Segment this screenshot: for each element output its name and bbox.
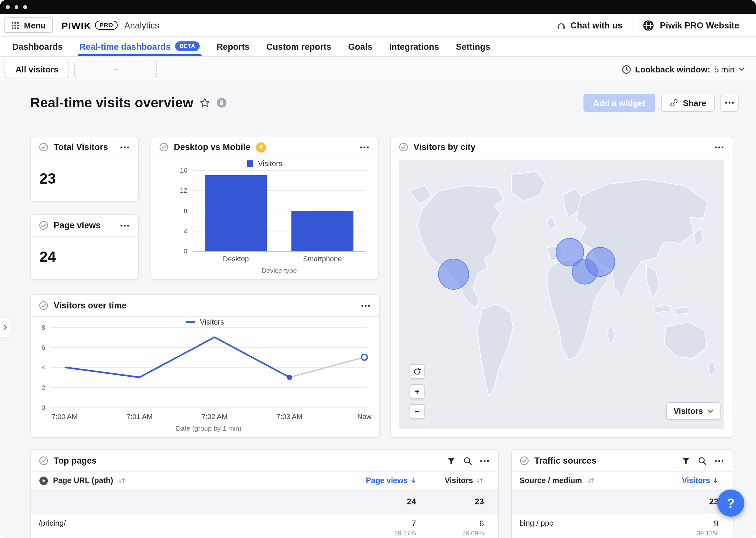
page-title: Real-time visits overview <box>30 95 194 111</box>
row-visitors: 6 <box>479 518 484 528</box>
column-header-visitors[interactable]: Visitors <box>416 476 484 485</box>
dashboard-tab-all-visitors[interactable]: All visitors <box>5 61 70 78</box>
device-x-labels: DesktopSmartphone <box>193 255 366 264</box>
widget-desktop-vs-mobile: Desktop vs Mobile Visitors 0481216 Deskt… <box>151 136 379 280</box>
website-selector-label: Piwik PRO Website <box>660 20 739 30</box>
primary-nav: Dashboards Real-time dashboards BETA Rep… <box>0 37 756 57</box>
widget-menu-button[interactable] <box>713 458 725 463</box>
time-y-axis: 02468 <box>31 327 45 407</box>
widget-menu-button[interactable] <box>713 144 725 150</box>
window-control-dot[interactable] <box>15 6 18 9</box>
widget-visitors-by-city: Visitors by city <box>390 136 733 438</box>
widget-page-views: Page views 24 <box>30 214 139 280</box>
globe-icon <box>643 20 654 31</box>
lookback-window-control[interactable]: Lookback window: 5 min <box>622 64 749 74</box>
tab-integrations[interactable]: Integrations <box>381 37 448 56</box>
tab-reports[interactable]: Reports <box>208 37 258 56</box>
share-button[interactable]: Share <box>661 94 715 112</box>
add-dashboard-button[interactable]: + <box>74 61 157 78</box>
check-circle-icon <box>39 456 48 465</box>
table-row[interactable]: /pricing/ 7 29.17% 6 26.09% <box>31 513 498 538</box>
tab-real-time-dashboards[interactable]: Real-time dashboards BETA <box>71 37 208 56</box>
map-metric-selector[interactable]: Visitors <box>667 402 721 420</box>
summary-page-views: 24 <box>332 496 416 506</box>
row-page-views-pct: 29.17% <box>394 530 416 537</box>
menu-button[interactable]: Menu <box>4 18 53 33</box>
chat-with-us-button[interactable]: Chat with us <box>546 14 633 36</box>
dashboard-more-menu-button[interactable] <box>721 94 738 112</box>
device-y-axis: 0481216 <box>159 170 187 251</box>
website-selector[interactable]: Piwik PRO Website <box>633 14 756 36</box>
menu-label: Menu <box>24 20 46 30</box>
search-icon-button[interactable] <box>462 455 474 466</box>
check-circle-icon <box>520 456 529 465</box>
applied-filter-badge-icon[interactable] <box>256 142 266 152</box>
city-bubble[interactable] <box>586 247 615 277</box>
check-circle-icon <box>39 142 48 152</box>
widget-menu-button[interactable] <box>358 144 370 150</box>
time-line-plot <box>50 327 367 407</box>
clock-icon <box>622 64 631 74</box>
dashboard-main: Real-time visits overview Add a widget S… <box>0 80 756 538</box>
tab-dashboards[interactable]: Dashboards <box>4 37 71 56</box>
legend-label: Visitors <box>200 318 224 326</box>
widget-menu-button[interactable] <box>119 144 130 150</box>
column-header-visitors[interactable]: Visitors <box>657 476 719 485</box>
column-header-page-views[interactable]: Page views <box>332 476 416 485</box>
dashboard-toolbar: All visitors + Lookback window: 5 min <box>0 57 756 82</box>
favorite-star-icon[interactable] <box>200 98 210 108</box>
lookback-value: 5 min <box>714 64 735 74</box>
link-icon <box>669 98 679 107</box>
help-button[interactable]: ? <box>717 490 744 517</box>
tab-custom-reports[interactable]: Custom reports <box>258 37 340 56</box>
chevron-down-icon <box>708 409 713 413</box>
dimension-play-icon <box>39 476 48 485</box>
sidebar-expand-handle[interactable] <box>0 317 10 338</box>
tab-goals[interactable]: Goals <box>340 37 381 56</box>
map-reset-button[interactable] <box>410 364 425 379</box>
locked-badge-icon <box>217 98 227 108</box>
check-circle-icon <box>159 142 169 152</box>
column-header-dimension[interactable]: Page URL (path) <box>53 476 113 485</box>
row-source-medium: bing / ppc <box>520 518 657 528</box>
sort-icons[interactable] <box>587 477 595 484</box>
world-map[interactable]: + − Visitors <box>399 160 724 429</box>
check-circle-icon <box>39 301 48 310</box>
filter-icon-button[interactable] <box>446 456 457 466</box>
tab-settings[interactable]: Settings <box>448 37 499 56</box>
widget-visitors-over-time: Visitors over time Visitors 02468 7:00 A… <box>30 294 380 438</box>
table-row[interactable]: bing / ppc 9 39.13% <box>512 513 733 538</box>
widget-title: Visitors by city <box>413 142 476 152</box>
widget-header: Visitors over time <box>31 295 379 317</box>
window-control-dot[interactable] <box>23 6 27 9</box>
tab-label: Real-time dashboards <box>79 42 170 51</box>
map-zoom-out-button[interactable]: − <box>410 404 425 419</box>
time-x-labels: 7:00 AM7:01 AM7:02 AM7:03 AMNow <box>50 412 367 422</box>
widget-menu-button[interactable] <box>360 303 371 308</box>
tab-label: Integrations <box>389 42 439 51</box>
add-widget-button[interactable]: Add a widget <box>584 94 655 112</box>
widget-menu-button[interactable] <box>119 223 130 228</box>
chevron-down-icon <box>738 67 744 71</box>
widget-title: Visitors over time <box>54 301 127 310</box>
sort-desc-icon <box>410 477 416 484</box>
filter-icon-button[interactable] <box>681 456 691 466</box>
table-column-headers: Source / medium Visitors <box>512 472 733 489</box>
x-axis-title: Device type <box>193 266 366 274</box>
search-icon-button[interactable] <box>696 455 708 466</box>
city-bubble[interactable] <box>438 259 469 290</box>
summary-visitors: 23 <box>416 496 484 506</box>
widget-menu-button[interactable] <box>479 458 491 463</box>
map-metric-label: Visitors <box>674 406 703 415</box>
sort-icons[interactable] <box>118 477 126 484</box>
lookback-label: Lookback window: <box>635 64 710 74</box>
row-visitors: 9 <box>714 518 719 528</box>
widget-header: Visitors by city <box>391 136 733 158</box>
map-zoom-in-button[interactable]: + <box>410 384 425 399</box>
row-visitors-pct: 39.13% <box>696 530 719 537</box>
summary-visitors: 23 <box>657 496 719 506</box>
column-header-dimension[interactable]: Source / medium <box>520 476 582 485</box>
row-page-url: /pricing/ <box>39 518 332 528</box>
window-control-dot[interactable] <box>6 6 9 9</box>
legend-label: Visitors <box>258 160 282 168</box>
